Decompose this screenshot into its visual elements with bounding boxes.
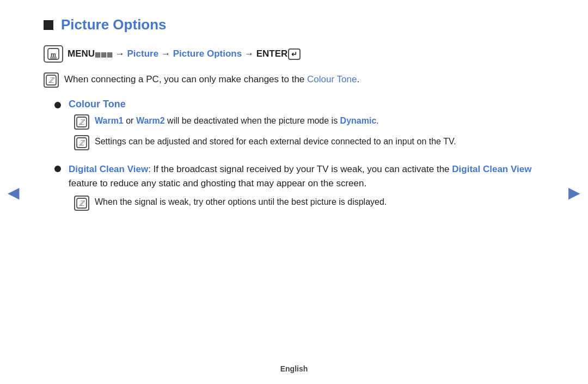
svg-text:ℤ: ℤ [48,76,55,84]
nav-arrow-left[interactable]: ◀ [8,183,20,201]
colour-tone-title: Colour Tone [69,99,544,110]
dcv-intro-text: Digital Clean View: If the broadcast sig… [69,162,544,191]
footer-language: English [280,364,308,373]
page-title: Picture Options [61,16,167,33]
menu-path-row: m MENU▦▦▦ → Picture → Picture Options → … [44,45,544,63]
warm-note-text: Warm1 or Warm2 will be deactivated when … [95,114,379,128]
settings-note-text: Settings can be adjusted and stored for … [95,135,456,149]
signal-note-text: When the signal is weak, try other optio… [95,196,387,209]
dcv-content: Digital Clean View: If the broadcast sig… [69,162,544,216]
svg-text:m: m [51,51,56,58]
svg-text:ℤ: ℤ [79,199,85,208]
svg-text:ℤ: ℤ [79,118,85,126]
page-container: ◀ ▶ Picture Options m MENU▦▦▦ → Picture … [0,0,588,384]
note-icon-signal: ℤ [74,196,89,211]
note-icon-warm: ℤ [74,114,89,130]
bullet-dot-2 [54,166,61,172]
note-icon-settings: ℤ [74,135,89,150]
bullet-dot-1 [54,102,61,108]
pc-note-text: When connecting a PC, you can only make … [64,72,359,87]
black-square-icon [44,20,53,30]
pc-note-row: ℤ When connecting a PC, you can only mak… [44,72,544,88]
nav-arrow-right[interactable]: ▶ [568,183,580,201]
page-title-row: Picture Options [44,16,544,33]
bullet-digital-clean-view: Digital Clean View: If the broadcast sig… [54,162,544,216]
signal-note-row: ℤ When the signal is weak, try other opt… [74,196,544,211]
menu-path-text: MENU▦▦▦ → Picture → Picture Options → EN… [68,48,301,60]
warm-note-row: ℤ Warm1 or Warm2 will be deactivated whe… [74,114,544,130]
menu-remote-icon: m [44,45,63,63]
svg-text:ℤ: ℤ [79,139,85,147]
note-icon-pc: ℤ [44,72,59,88]
settings-note-row: ℤ Settings can be adjusted and stored fo… [74,135,544,150]
bullet-colour-tone: Colour Tone ℤ Warm1 or Warm2 will be dea… [54,99,544,156]
colour-tone-content: Colour Tone ℤ Warm1 or Warm2 will be dea… [69,99,544,156]
